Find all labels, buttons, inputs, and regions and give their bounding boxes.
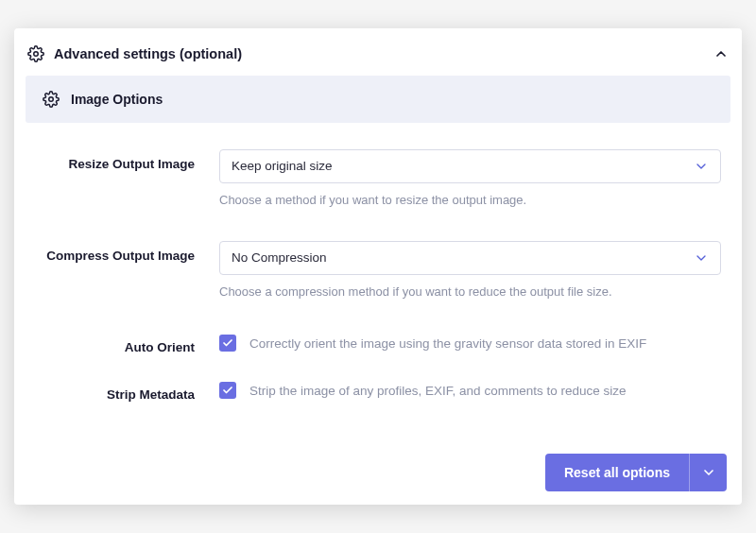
header-left: Advanced settings (optional) [27,45,242,62]
resize-value: Keep original size [232,159,333,173]
reset-dropdown-button[interactable] [689,454,727,491]
strip-metadata-desc: Strip the image of any profiles, EXIF, a… [249,384,626,398]
auto-orient-desc: Correctly orient the image using the gra… [249,336,646,351]
resize-label: Resize Output Image [68,157,195,171]
advanced-settings-panel: Advanced settings (optional) Image Optio… [14,28,742,505]
panel-header[interactable]: Advanced settings (optional) [26,42,730,76]
compress-select[interactable]: No Compression [219,241,721,275]
chevron-down-icon [694,250,709,266]
reset-split-button: Reset all options [545,454,727,491]
chevron-down-icon [701,465,716,480]
panel-footer: Reset all options [26,427,730,493]
compress-help: Choose a compression method if you want … [219,284,721,299]
compress-value: No Compression [232,250,327,265]
strip-metadata-checkbox[interactable] [219,382,236,399]
section-title: Image Options [71,92,163,107]
row-compress: Compress Output Image No Compression Cho… [26,232,730,323]
check-icon [222,385,233,396]
svg-point-0 [34,52,39,57]
row-strip-metadata: Strip Metadata Strip the image of any pr… [26,380,730,427]
svg-point-1 [49,97,54,102]
reset-button[interactable]: Reset all options [545,454,689,491]
compress-label: Compress Output Image [46,249,195,263]
collapse-icon[interactable] [713,46,729,61]
gear-icon [43,91,60,108]
check-icon [222,337,233,349]
section-image-options: Image Options [26,76,730,123]
resize-help: Choose a method if you want to resize th… [219,193,721,207]
gear-icon [27,45,44,62]
resize-select[interactable]: Keep original size [219,149,721,183]
auto-orient-checkbox[interactable] [219,335,236,352]
row-resize: Resize Output Image Keep original size C… [26,140,730,232]
auto-orient-label: Auto Orient [125,340,195,354]
panel-title: Advanced settings (optional) [54,46,242,61]
strip-metadata-label: Strip Metadata [107,387,195,402]
chevron-down-icon [694,159,709,174]
row-auto-orient: Auto Orient Correctly orient the image u… [26,323,730,380]
